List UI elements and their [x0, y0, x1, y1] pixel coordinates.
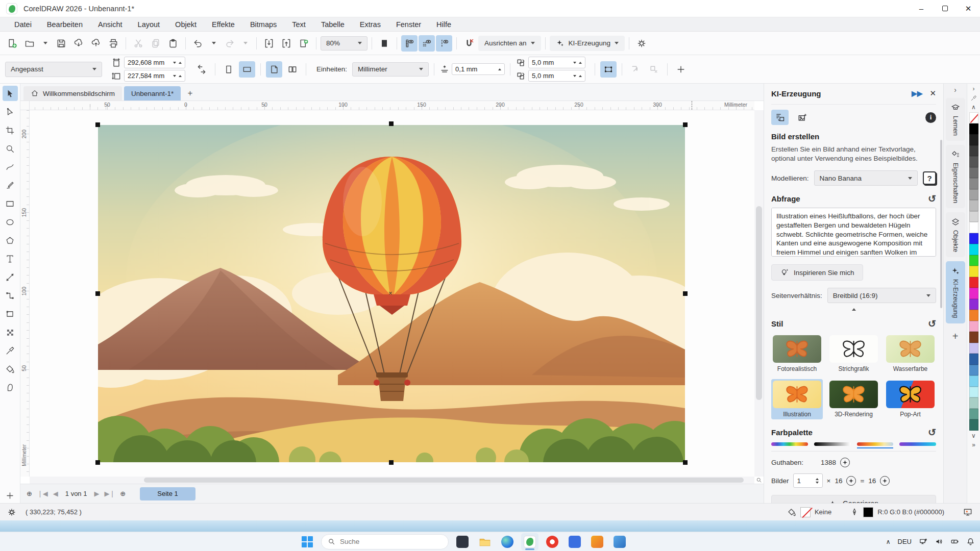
document-tab-unbenannt[interactable]: Unbenannt-1*	[124, 86, 181, 101]
style-pop-art[interactable]: Pop-Art	[885, 379, 936, 419]
vertical-ruler[interactable]: 200 150 100 50 Millimeter	[20, 110, 30, 477]
current-page-button[interactable]	[266, 61, 282, 78]
orange-app-icon[interactable]	[589, 533, 606, 550]
docker-tab-lernen[interactable]: Lernen	[946, 98, 965, 141]
network-icon[interactable]	[919, 537, 927, 546]
palette-swatch[interactable]	[969, 277, 978, 288]
status-gear-icon[interactable]	[7, 508, 16, 517]
style-wasserfarbe[interactable]: Wasserfarbe	[885, 334, 936, 374]
menu-extras[interactable]: Extras	[353, 18, 388, 31]
vertical-scrollbar[interactable]	[754, 110, 764, 477]
palette-swatch[interactable]	[969, 343, 978, 354]
menu-bearbeiten[interactable]: Bearbeiten	[40, 18, 90, 31]
shape-tool[interactable]	[3, 104, 18, 119]
palette-swatch[interactable]	[969, 288, 978, 299]
page-height-field[interactable]: 227,584 mm	[124, 70, 185, 82]
palette-swatch[interactable]	[969, 397, 978, 409]
customize-propbar-button[interactable]	[673, 61, 689, 78]
show-guidelines-toggle[interactable]	[436, 35, 452, 52]
docker-tab-objekte[interactable]: Objekte	[946, 212, 965, 257]
menu-fenster[interactable]: Fenster	[389, 18, 428, 31]
page-1-tab[interactable]: Seite 1	[140, 487, 195, 500]
credits-coin-icon[interactable]	[840, 458, 850, 467]
paste-button[interactable]	[165, 35, 181, 52]
vertical-scroll-thumb[interactable]	[756, 206, 762, 400]
publish-pdf-button[interactable]	[296, 35, 312, 52]
text-to-image-mode-button[interactable]	[771, 110, 789, 125]
docker-tab-eigenschaften[interactable]: Eigenschaften	[946, 145, 965, 208]
selection-handle[interactable]	[389, 460, 394, 465]
palette-option-cool[interactable]	[899, 442, 936, 446]
nudge-distance-field[interactable]: 0,1 mm	[452, 63, 505, 75]
align-to-dropdown[interactable]: Ausrichten an	[478, 36, 541, 51]
coreldraw-taskbar-icon[interactable]	[521, 533, 538, 550]
portrait-button[interactable]	[220, 61, 237, 78]
palette-scroll-up[interactable]: ∧	[971, 103, 976, 111]
options-gear-button[interactable]	[633, 35, 650, 52]
palette-swatch[interactable]	[969, 321, 978, 332]
menu-ansicht[interactable]: Ansicht	[91, 18, 130, 31]
zoom-level-select[interactable]: 80%	[321, 36, 368, 51]
style-strichgrafik[interactable]: Strichgrafik	[828, 334, 879, 374]
outline-pen-icon[interactable]	[850, 508, 859, 517]
lightblue-app-icon[interactable]	[611, 533, 628, 550]
add-page-before-button[interactable]: ⊕	[27, 490, 32, 497]
dimension-tool[interactable]	[3, 269, 18, 285]
docker-close-icon[interactable]: ✕	[929, 89, 936, 98]
blue-app-icon[interactable]	[566, 533, 583, 550]
palette-swatch[interactable]	[969, 222, 978, 233]
add-tool-button[interactable]	[3, 488, 18, 503]
volume-icon[interactable]	[935, 537, 943, 546]
menu-effekte[interactable]: Effekte	[205, 18, 242, 31]
style-illustration[interactable]: Illustration	[771, 379, 823, 419]
selection-handle[interactable]	[683, 291, 688, 296]
palette-eyedropper-icon[interactable]	[970, 94, 977, 102]
next-page-button[interactable]: ▶	[94, 490, 99, 497]
connector-tool[interactable]	[3, 288, 18, 303]
palette-swatch[interactable]	[969, 310, 978, 321]
rectangle-tool[interactable]	[3, 196, 18, 211]
pick-tool[interactable]	[3, 86, 18, 101]
palette-option-grayscale[interactable]	[814, 442, 851, 446]
style-3d-rendering[interactable]: 3D-Rendering	[828, 379, 879, 419]
selection-handle[interactable]	[95, 460, 100, 465]
prompt-textarea[interactable]: Illustration eines Heißluftballons, der …	[771, 208, 936, 257]
menu-tabelle[interactable]: Tabelle	[314, 18, 352, 31]
save-button[interactable]	[53, 35, 69, 52]
palette-swatch[interactable]	[969, 178, 978, 189]
new-document-tab-button[interactable]: +	[183, 86, 197, 101]
menu-objekt[interactable]: Objekt	[168, 18, 204, 31]
fill-color-swatch[interactable]	[800, 507, 811, 517]
selection-handle[interactable]	[683, 460, 688, 465]
palette-swatch[interactable]	[969, 156, 978, 167]
palette-swatch[interactable]	[969, 211, 978, 222]
outline-color-swatch[interactable]	[863, 507, 873, 517]
zoom-corner-icon[interactable]	[754, 477, 764, 484]
zoom-tool[interactable]	[3, 141, 18, 156]
docker-strip-chevron[interactable]: ›	[954, 86, 957, 94]
add-page-after-button[interactable]: ⊕	[120, 490, 126, 497]
maximize-button[interactable]	[933, 0, 957, 17]
palette-expand-chevron[interactable]: ›	[973, 85, 975, 93]
palette-swatch[interactable]	[969, 112, 978, 123]
palette-swatch[interactable]	[969, 189, 978, 201]
menu-text[interactable]: Text	[285, 18, 313, 31]
all-pages-button[interactable]	[284, 61, 301, 78]
dark-app-icon[interactable]	[454, 533, 471, 550]
new-document-button[interactable]	[4, 35, 20, 52]
ai-generation-dropdown[interactable]: KI-Erzeugung	[550, 36, 625, 51]
undo-button[interactable]	[190, 35, 206, 52]
prompt-reset-icon[interactable]: ↺	[928, 194, 936, 204]
eyedropper-tool[interactable]	[3, 343, 18, 358]
welcome-screen-tab[interactable]: Willkommensbildschirm	[23, 86, 122, 101]
palette-swatch[interactable]	[969, 123, 978, 135]
selection-handle[interactable]	[95, 122, 100, 127]
palette-swatch[interactable]	[969, 375, 978, 387]
color-palette-reset-icon[interactable]: ↺	[928, 428, 936, 437]
page-size-preset-select[interactable]: Angepasst	[5, 62, 102, 77]
show-rulers-toggle[interactable]	[401, 35, 418, 52]
first-page-button[interactable]: ❘◀	[37, 490, 48, 497]
palette-swatch[interactable]	[969, 409, 978, 420]
style-reset-icon[interactable]: ↺	[928, 319, 936, 329]
palette-swatch[interactable]	[969, 365, 978, 376]
